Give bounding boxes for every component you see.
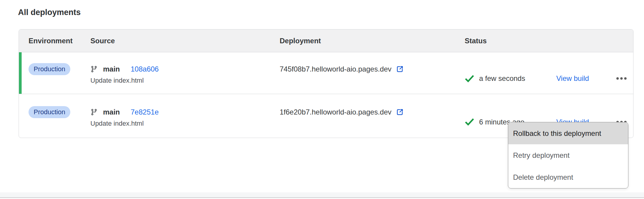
commit-message: Update index.html [90, 76, 280, 85]
column-header-source: Source [90, 37, 280, 45]
view-build-link[interactable]: View build [556, 74, 589, 83]
external-link-icon[interactable] [396, 65, 404, 73]
table-header-row: Environment Source Deployment Status [19, 29, 633, 52]
check-icon [465, 118, 474, 126]
deployment-url: 1f6e20b7.helloworld-aio.pages.dev [280, 108, 391, 116]
environment-badge: Production [29, 63, 70, 75]
commit-link[interactable]: 108a606 [131, 65, 159, 73]
deployment-row-current: Production main 108a606 Update index.htm… [19, 52, 633, 94]
footer-strip [0, 192, 644, 197]
commit-message: Update index.html [90, 119, 280, 128]
external-link-icon[interactable] [396, 108, 404, 116]
check-icon [465, 75, 474, 83]
row-actions-button[interactable] [615, 75, 628, 81]
branch-name: main [103, 108, 120, 116]
git-branch-icon [90, 65, 98, 73]
commit-link[interactable]: 7e8251e [131, 108, 159, 116]
menu-item-retry[interactable]: Retry deployment [508, 144, 628, 166]
status-time: a few seconds [479, 74, 525, 83]
current-deployment-indicator-bar [19, 52, 22, 94]
footer-divider [0, 197, 644, 198]
column-header-status: Status [465, 37, 633, 45]
column-header-deployment: Deployment [280, 37, 465, 45]
row-actions-menu: Rollback to this deployment Retry deploy… [508, 122, 628, 188]
environment-badge: Production [29, 106, 70, 118]
column-header-environment: Environment [19, 37, 90, 45]
git-branch-icon [90, 108, 98, 116]
branch-name: main [103, 65, 120, 73]
deployments-table: Environment Source Deployment Status Pro… [19, 29, 633, 138]
page-title: All deployments [18, 8, 81, 17]
menu-item-rollback[interactable]: Rollback to this deployment [508, 122, 628, 144]
menu-item-delete[interactable]: Delete deployment [508, 166, 628, 188]
deployment-url: 745f08b7.helloworld-aio.pages.dev [280, 65, 391, 73]
